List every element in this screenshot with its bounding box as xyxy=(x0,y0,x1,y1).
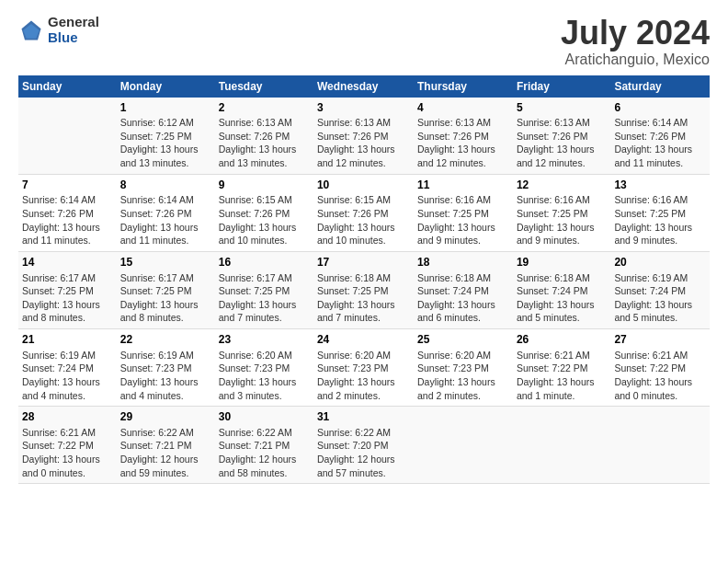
calendar-day-header: Tuesday xyxy=(215,75,313,98)
day-number: 31 xyxy=(317,410,410,425)
calendar-week-row: 21Sunrise: 6:19 AMSunset: 7:24 PMDayligh… xyxy=(18,329,710,407)
calendar-cell: 20Sunrise: 6:19 AMSunset: 7:24 PMDayligh… xyxy=(610,251,710,328)
cell-info: Sunrise: 6:13 AMSunset: 7:26 PMDaylight:… xyxy=(517,117,595,168)
calendar-cell: 16Sunrise: 6:17 AMSunset: 7:25 PMDayligh… xyxy=(215,251,313,328)
cell-info: Sunrise: 6:13 AMSunset: 7:26 PMDaylight:… xyxy=(417,117,495,168)
calendar-cell: 22Sunrise: 6:19 AMSunset: 7:23 PMDayligh… xyxy=(117,329,215,407)
cell-info: Sunrise: 6:22 AMSunset: 7:21 PMDaylight:… xyxy=(219,427,297,478)
calendar-week-row: 14Sunrise: 6:17 AMSunset: 7:25 PMDayligh… xyxy=(18,251,710,328)
calendar-week-row: 1Sunrise: 6:12 AMSunset: 7:25 PMDaylight… xyxy=(18,98,710,175)
cell-info: Sunrise: 6:19 AMSunset: 7:23 PMDaylight:… xyxy=(120,350,199,401)
day-number: 18 xyxy=(417,256,509,270)
calendar-cell: 8Sunrise: 6:14 AMSunset: 7:26 PMDaylight… xyxy=(117,174,215,251)
main-container: General Blue July 2024 Aratichanguio, Me… xyxy=(0,0,728,493)
cell-info: Sunrise: 6:14 AMSunset: 7:26 PMDaylight:… xyxy=(22,194,100,246)
day-number: 12 xyxy=(517,178,608,193)
day-number: 15 xyxy=(120,256,211,270)
calendar-cell: 9Sunrise: 6:15 AMSunset: 7:26 PMDaylight… xyxy=(215,174,313,251)
main-title: July 2024 xyxy=(561,15,710,52)
calendar-day-header: Monday xyxy=(117,75,215,98)
cell-info: Sunrise: 6:15 AMSunset: 7:26 PMDaylight:… xyxy=(317,194,395,246)
cell-info: Sunrise: 6:18 AMSunset: 7:24 PMDaylight:… xyxy=(417,272,495,324)
calendar-day-header: Sunday xyxy=(18,75,117,98)
calendar-cell: 24Sunrise: 6:20 AMSunset: 7:23 PMDayligh… xyxy=(313,329,414,407)
day-number: 1 xyxy=(120,101,211,116)
day-number: 4 xyxy=(417,101,509,116)
calendar-cell xyxy=(513,407,611,484)
calendar-cell: 13Sunrise: 6:16 AMSunset: 7:25 PMDayligh… xyxy=(610,174,710,251)
logo-icon xyxy=(18,17,44,43)
cell-info: Sunrise: 6:17 AMSunset: 7:25 PMDaylight:… xyxy=(22,272,100,324)
calendar-cell: 14Sunrise: 6:17 AMSunset: 7:25 PMDayligh… xyxy=(18,251,117,328)
day-number: 14 xyxy=(22,256,113,270)
header: General Blue July 2024 Aratichanguio, Me… xyxy=(18,15,710,68)
day-number: 19 xyxy=(517,256,608,270)
cell-info: Sunrise: 6:13 AMSunset: 7:26 PMDaylight:… xyxy=(317,117,395,168)
cell-info: Sunrise: 6:18 AMSunset: 7:25 PMDaylight:… xyxy=(317,272,395,324)
cell-info: Sunrise: 6:18 AMSunset: 7:24 PMDaylight:… xyxy=(517,272,595,324)
day-number: 22 xyxy=(120,333,211,348)
cell-info: Sunrise: 6:16 AMSunset: 7:25 PMDaylight:… xyxy=(614,194,692,246)
cell-info: Sunrise: 6:21 AMSunset: 7:22 PMDaylight:… xyxy=(22,427,100,478)
cell-info: Sunrise: 6:20 AMSunset: 7:23 PMDaylight:… xyxy=(219,350,297,401)
day-number: 5 xyxy=(517,101,608,116)
calendar-cell: 2Sunrise: 6:13 AMSunset: 7:26 PMDaylight… xyxy=(215,98,313,175)
day-number: 26 xyxy=(517,333,608,348)
calendar-day-header: Saturday xyxy=(610,75,710,98)
title-block: July 2024 Aratichanguio, Mexico xyxy=(561,15,710,68)
calendar-cell: 21Sunrise: 6:19 AMSunset: 7:24 PMDayligh… xyxy=(18,329,117,407)
logo-general: General xyxy=(48,15,99,30)
day-number: 10 xyxy=(317,178,410,193)
day-number: 13 xyxy=(614,178,706,193)
day-number: 6 xyxy=(614,101,706,116)
day-number: 20 xyxy=(614,256,706,270)
calendar-cell: 17Sunrise: 6:18 AMSunset: 7:25 PMDayligh… xyxy=(313,251,414,328)
calendar-cell: 3Sunrise: 6:13 AMSunset: 7:26 PMDaylight… xyxy=(313,98,414,175)
day-number: 29 xyxy=(120,410,211,425)
day-number: 9 xyxy=(219,178,310,193)
cell-info: Sunrise: 6:15 AMSunset: 7:26 PMDaylight:… xyxy=(219,194,297,246)
calendar-week-row: 7Sunrise: 6:14 AMSunset: 7:26 PMDaylight… xyxy=(18,174,710,251)
cell-info: Sunrise: 6:19 AMSunset: 7:24 PMDaylight:… xyxy=(22,350,100,401)
calendar-cell: 23Sunrise: 6:20 AMSunset: 7:23 PMDayligh… xyxy=(215,329,313,407)
calendar-cell: 4Sunrise: 6:13 AMSunset: 7:26 PMDaylight… xyxy=(414,98,513,175)
calendar-week-row: 28Sunrise: 6:21 AMSunset: 7:22 PMDayligh… xyxy=(18,407,710,484)
day-number: 28 xyxy=(22,410,113,425)
calendar-cell: 31Sunrise: 6:22 AMSunset: 7:20 PMDayligh… xyxy=(313,407,414,484)
calendar-cell: 15Sunrise: 6:17 AMSunset: 7:25 PMDayligh… xyxy=(117,251,215,328)
logo-text: General Blue xyxy=(48,15,99,45)
day-number: 24 xyxy=(317,333,410,348)
day-number: 17 xyxy=(317,256,410,270)
logo: General Blue xyxy=(18,15,99,45)
calendar-table: SundayMondayTuesdayWednesdayThursdayFrid… xyxy=(18,75,710,485)
cell-info: Sunrise: 6:14 AMSunset: 7:26 PMDaylight:… xyxy=(614,117,692,168)
calendar-cell: 10Sunrise: 6:15 AMSunset: 7:26 PMDayligh… xyxy=(313,174,414,251)
calendar-cell: 18Sunrise: 6:18 AMSunset: 7:24 PMDayligh… xyxy=(414,251,513,328)
day-number: 2 xyxy=(219,101,310,116)
day-number: 16 xyxy=(219,256,310,270)
calendar-cell: 7Sunrise: 6:14 AMSunset: 7:26 PMDaylight… xyxy=(18,174,117,251)
calendar-cell: 28Sunrise: 6:21 AMSunset: 7:22 PMDayligh… xyxy=(18,407,117,484)
calendar-cell xyxy=(610,407,710,484)
cell-info: Sunrise: 6:16 AMSunset: 7:25 PMDaylight:… xyxy=(517,194,595,246)
cell-info: Sunrise: 6:19 AMSunset: 7:24 PMDaylight:… xyxy=(614,272,692,324)
calendar-cell: 26Sunrise: 6:21 AMSunset: 7:22 PMDayligh… xyxy=(513,329,611,407)
calendar-cell xyxy=(414,407,513,484)
calendar-cell xyxy=(18,98,117,175)
cell-info: Sunrise: 6:17 AMSunset: 7:25 PMDaylight:… xyxy=(120,272,199,324)
cell-info: Sunrise: 6:14 AMSunset: 7:26 PMDaylight:… xyxy=(120,194,199,246)
day-number: 8 xyxy=(120,178,211,193)
cell-info: Sunrise: 6:17 AMSunset: 7:25 PMDaylight:… xyxy=(219,272,297,324)
day-number: 23 xyxy=(219,333,310,348)
cell-info: Sunrise: 6:16 AMSunset: 7:25 PMDaylight:… xyxy=(417,194,495,246)
cell-info: Sunrise: 6:12 AMSunset: 7:25 PMDaylight:… xyxy=(120,117,199,168)
calendar-cell: 25Sunrise: 6:20 AMSunset: 7:23 PMDayligh… xyxy=(414,329,513,407)
calendar-cell: 1Sunrise: 6:12 AMSunset: 7:25 PMDaylight… xyxy=(117,98,215,175)
calendar-cell: 27Sunrise: 6:21 AMSunset: 7:22 PMDayligh… xyxy=(610,329,710,407)
calendar-cell: 5Sunrise: 6:13 AMSunset: 7:26 PMDaylight… xyxy=(513,98,611,175)
cell-info: Sunrise: 6:21 AMSunset: 7:22 PMDaylight:… xyxy=(614,350,692,401)
day-number: 30 xyxy=(219,410,310,425)
calendar-cell: 6Sunrise: 6:14 AMSunset: 7:26 PMDaylight… xyxy=(610,98,710,175)
calendar-day-header: Friday xyxy=(513,75,611,98)
cell-info: Sunrise: 6:21 AMSunset: 7:22 PMDaylight:… xyxy=(517,350,595,401)
